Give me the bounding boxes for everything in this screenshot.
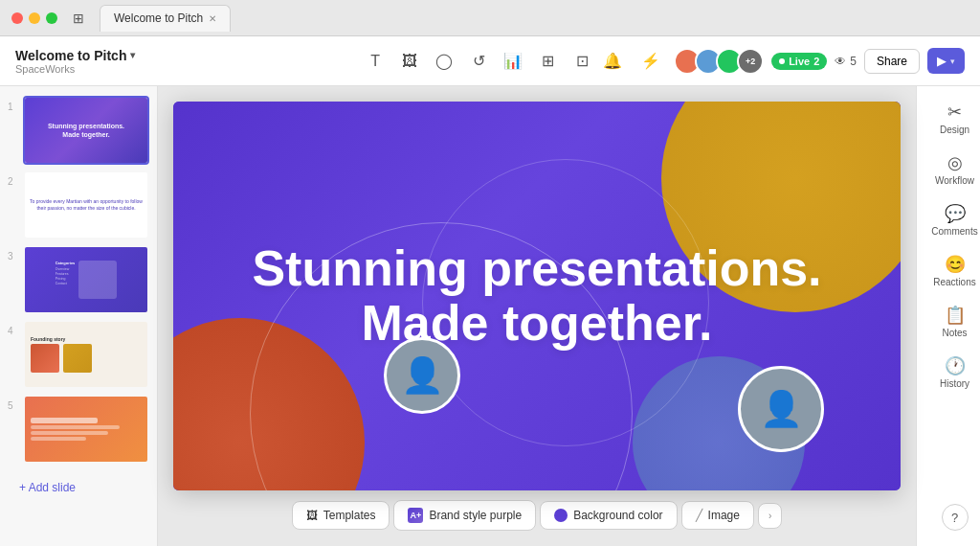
title-chevron-icon: ▾ <box>130 50 135 60</box>
connector-tool-button[interactable]: ↺ <box>463 46 494 77</box>
slide-num-1: 1 <box>8 96 17 112</box>
fullscreen-button[interactable] <box>46 12 57 24</box>
eye-icon: 👁 <box>835 55 846 68</box>
brand-style-label: Brand style purple <box>429 509 522 522</box>
brand-style-button[interactable]: A+ Brand style purple <box>393 500 536 531</box>
reactions-icon: 😊 <box>945 254 966 275</box>
tab-label: Welcome to Pitch <box>114 11 203 25</box>
live-count: 2 <box>813 56 819 67</box>
tab-bar: Welcome to Pitch ✕ <box>92 5 231 32</box>
play-button[interactable]: ▶ ▾ <box>927 48 965 74</box>
workflow-icon: ◎ <box>947 152 963 173</box>
slide-num-4: 4 <box>8 320 17 336</box>
comments-panel-button[interactable]: 💬 Comments <box>917 195 980 244</box>
design-label: Design <box>940 125 969 135</box>
slide-thumb-1[interactable]: Stunning presentations.Made together. <box>23 96 149 165</box>
templates-icon: 🖼 <box>306 509 318 522</box>
help-label: ? <box>951 511 958 525</box>
background-color-label: Background color <box>573 509 662 522</box>
templates-label: Templates <box>323 509 376 522</box>
reactions-label: Reactions <box>933 277 975 287</box>
more-chevron-icon: › <box>768 511 771 521</box>
viewers-count: 👁 5 <box>835 55 857 68</box>
history-icon: 🕐 <box>945 355 966 376</box>
avatar-person-left: 👤 <box>384 337 460 414</box>
slide-num-2: 2 <box>8 171 17 187</box>
app-title-name[interactable]: Welcome to Pitch ▾ <box>15 48 135 63</box>
slide-item-2[interactable]: 2 To provide every Martian with an oppor… <box>8 171 149 239</box>
avatar-stack: +2 <box>674 48 764 75</box>
chart-tool-button[interactable]: 📊 <box>498 46 528 77</box>
tab-close-icon[interactable]: ✕ <box>209 13 216 24</box>
image-tool-button[interactable]: 🖼 <box>394 46 425 77</box>
slide-num-3: 3 <box>8 245 17 262</box>
slide-headline: Stunning presentations. Made together. <box>252 241 821 351</box>
play-chevron: ▾ <box>950 57 955 66</box>
image-button[interactable]: ╱ Image <box>681 501 754 530</box>
text-tool-button[interactable]: T <box>360 46 390 77</box>
slide-num-5: 5 <box>8 395 17 411</box>
history-panel-button[interactable]: 🕐 History <box>917 348 980 397</box>
notes-label: Notes <box>942 328 967 338</box>
notes-icon: 📋 <box>945 305 966 326</box>
slide-thumb-2[interactable]: To provide every Martian with an opportu… <box>23 171 149 239</box>
shapes-tool-button[interactable]: ◯ <box>429 46 459 77</box>
avatar-person-right: 👤 <box>738 366 824 452</box>
avatar-more: +2 <box>737 48 764 75</box>
workspace-label: SpaceWorks <box>15 63 135 75</box>
share-button[interactable]: Share <box>864 49 920 74</box>
person-left-icon: 👤 <box>401 355 444 396</box>
slide-item-3[interactable]: 3 Categories OverviewFeaturesPricingCont… <box>8 245 149 314</box>
traffic-lights <box>11 12 57 24</box>
slide-item-1[interactable]: 1 Stunning presentations.Made together. <box>8 96 149 165</box>
slide-thumb-5[interactable] <box>23 395 149 464</box>
design-panel-button[interactable]: ✂ Design <box>917 94 980 143</box>
play-icon: ▶ <box>937 54 947 68</box>
reactions-panel-button[interactable]: 😊 Reactions <box>917 246 980 295</box>
notes-panel-button[interactable]: 📋 Notes <box>917 297 980 346</box>
main-area: 1 Stunning presentations.Made together. … <box>0 86 980 546</box>
lightning-button[interactable]: ⚡ <box>635 46 666 77</box>
right-panel: ✂ Design ◎ Workflow 💬 Comments 😊 Reactio… <box>916 86 980 546</box>
live-label: Live <box>789 56 810 67</box>
slide-canvas: Stunning presentations. Made together. 👤… <box>173 102 901 490</box>
person-right-icon: 👤 <box>760 389 803 429</box>
toolbar-right: 🔔 ⚡ +2 Live 2 👁 5 Share ▶ ▾ <box>597 46 965 77</box>
live-badge[interactable]: Live 2 <box>771 53 827 70</box>
close-button[interactable] <box>11 12 23 24</box>
workflow-label: Workflow <box>935 175 974 186</box>
brand-style-icon: A+ <box>408 508 423 523</box>
image-label: Image <box>708 509 740 522</box>
templates-button[interactable]: 🖼 Templates <box>292 501 390 530</box>
help-button[interactable]: ? <box>942 504 969 531</box>
background-color-button[interactable]: Background color <box>540 501 677 530</box>
table-tool-button[interactable]: ⊞ <box>532 46 563 77</box>
slide-panel: 1 Stunning presentations.Made together. … <box>0 86 158 546</box>
slide-item-4[interactable]: 4 Founding story <box>8 320 149 389</box>
embed-tool-button[interactable]: ⊡ <box>567 46 597 77</box>
toolbar: Welcome to Pitch ▾ SpaceWorks T 🖼 ◯ ↺ 📊 … <box>0 36 980 86</box>
slide-main-text: Stunning presentations. Made together. <box>252 241 821 351</box>
workflow-panel-button[interactable]: ◎ Workflow <box>917 145 980 193</box>
add-slide-button[interactable]: + Add slide <box>8 473 149 502</box>
toolbar-icons: T 🖼 ◯ ↺ 📊 ⊞ ⊡ <box>360 46 597 77</box>
history-label: History <box>940 378 969 389</box>
notifications-button[interactable]: 🔔 <box>597 46 628 77</box>
bottom-toolbar: 🖼 Templates A+ Brand style purple Backgr… <box>292 500 783 531</box>
slide-item-5[interactable]: 5 <box>8 395 149 464</box>
more-options-button[interactable]: › <box>758 503 782 529</box>
app-grid-icon[interactable]: ⊞ <box>73 11 84 26</box>
design-icon: ✂ <box>947 102 962 123</box>
comments-icon: 💬 <box>945 203 966 224</box>
image-icon: ╱ <box>696 509 702 522</box>
slide-thumb-4[interactable]: Founding story <box>23 320 149 389</box>
background-color-icon <box>554 509 568 522</box>
comments-label: Comments <box>931 226 977 237</box>
title-bar: ⊞ Welcome to Pitch ✕ <box>0 0 980 36</box>
canvas-area: Stunning presentations. Made together. 👤… <box>158 86 916 546</box>
app-title: Welcome to Pitch ▾ SpaceWorks <box>15 48 135 75</box>
tab-welcome-to-pitch[interactable]: Welcome to Pitch ✕ <box>100 5 231 32</box>
slide-thumb-3[interactable]: Categories OverviewFeaturesPricingContac… <box>23 245 149 314</box>
live-dot <box>779 58 785 64</box>
minimize-button[interactable] <box>29 12 40 24</box>
